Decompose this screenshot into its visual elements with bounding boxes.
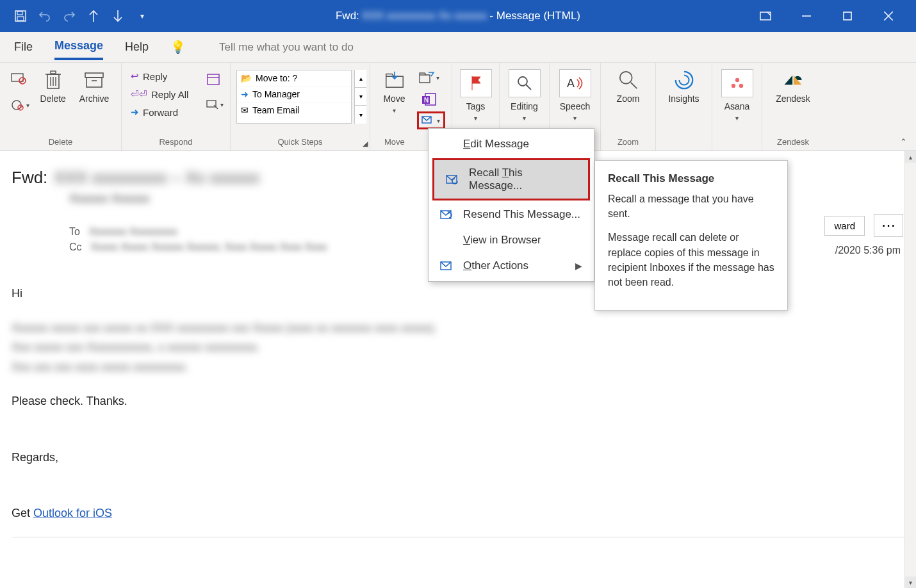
forward-header-button[interactable]: ward: [824, 216, 865, 236]
forward-button[interactable]: ➜Forward: [131, 106, 199, 118]
menu-other-actions[interactable]: Other Actions ▶: [429, 253, 594, 279]
trash-icon: [42, 69, 64, 91]
menu-resend-message[interactable]: Resend This Message...: [429, 202, 594, 227]
read-aloud-icon: A: [559, 69, 591, 97]
flag-icon: [460, 69, 492, 97]
reply-all-button[interactable]: ⏎⏎Reply All: [131, 88, 199, 100]
svg-point-33: [619, 72, 632, 84]
maximize-button[interactable]: [833, 6, 862, 26]
find-icon: [509, 69, 541, 97]
zoom-button[interactable]: Zoom: [611, 67, 646, 107]
undo-icon[interactable]: [37, 8, 53, 24]
asana-button[interactable]: Asana▾: [717, 67, 757, 126]
zendesk-button[interactable]: Zendesk: [772, 67, 814, 107]
lightbulb-icon: 💡: [170, 40, 186, 54]
reply-icon: ↩: [131, 70, 139, 82]
ribbon-group-label: Delete: [6, 137, 115, 149]
message-body: Hi Xxxxxx xxxxx xxx xxxxx xx XXX xxxxxxx…: [12, 285, 904, 537]
sender-name: Xxxxxx Xxxxxx: [69, 192, 150, 206]
junk-icon[interactable]: ▾: [11, 99, 29, 111]
meeting-icon[interactable]: [206, 72, 224, 86]
svg-text:N: N: [424, 97, 429, 104]
svg-rect-20: [85, 73, 103, 78]
svg-point-30: [518, 77, 527, 86]
actions-dropdown-menu: Edit Message Recall This Message... Rese…: [428, 128, 594, 282]
tab-file[interactable]: File: [14, 35, 33, 59]
redo-icon[interactable]: [61, 8, 77, 24]
dialog-launcher-icon[interactable]: ◢: [363, 140, 368, 148]
close-button[interactable]: [874, 6, 903, 26]
menu-recall-message[interactable]: Recall This Message...: [432, 158, 590, 200]
gallery-more-icon[interactable]: ▾: [355, 106, 366, 124]
menu-edit-message[interactable]: Edit Message: [429, 131, 594, 157]
archive-icon: [83, 69, 105, 91]
svg-point-36: [731, 84, 735, 88]
recall-tooltip: Recall This Message Recall a message tha…: [594, 160, 788, 311]
rules-icon[interactable]: ▾: [417, 68, 441, 87]
submenu-arrow-icon: ▶: [575, 261, 582, 271]
to-value: Xxxxxxx Xxxxxxxxx: [89, 226, 177, 238]
onenote-icon[interactable]: N: [417, 90, 441, 109]
svg-line-10: [20, 79, 24, 83]
customize-qat-icon[interactable]: ▾: [135, 8, 150, 24]
asana-icon: [721, 69, 753, 97]
move-button[interactable]: Move▾: [377, 67, 412, 118]
editing-button[interactable]: Editing▾: [505, 67, 544, 126]
svg-point-35: [735, 78, 739, 82]
svg-rect-23: [208, 74, 219, 85]
tab-message[interactable]: Message: [54, 34, 103, 60]
gallery-up-icon[interactable]: ▴: [355, 70, 366, 88]
quick-steps-gallery[interactable]: 📂Move to: ? ➜To Manager ✉Team Email: [236, 70, 352, 124]
zoom-icon: [617, 69, 639, 91]
insights-icon: [673, 69, 695, 91]
save-icon[interactable]: [13, 8, 28, 24]
speech-button[interactable]: A Speech▾: [555, 67, 595, 126]
more-respond-icon[interactable]: ▾: [206, 99, 224, 110]
menu-view-in-browser[interactable]: View in Browser: [429, 227, 594, 253]
ignore-icon[interactable]: [11, 72, 29, 85]
arrow-up-icon[interactable]: [86, 8, 101, 24]
svg-line-34: [630, 83, 636, 88]
arrow-down-icon[interactable]: [110, 8, 126, 24]
scroll-down-icon[interactable]: ▾: [905, 576, 916, 588]
forward-icon: ➜: [131, 106, 139, 118]
tab-help[interactable]: Help: [125, 35, 149, 59]
recall-icon: [446, 174, 460, 185]
more-actions-button[interactable]: ⋯: [874, 214, 903, 237]
title-bar: ▾ Fwd: XXX xxxxxxxxx Xx xxxxxx - Message…: [0, 0, 916, 32]
reply-all-icon: ⏎⏎: [131, 88, 147, 100]
ribbon-display-icon[interactable]: [751, 6, 780, 26]
gallery-down-icon[interactable]: ▾: [355, 88, 366, 106]
to-label: To: [69, 226, 80, 238]
svg-rect-1: [17, 12, 22, 15]
ribbon-group-label: Respond: [128, 137, 224, 149]
menu-bar: File Message Help 💡 Tell me what you wan…: [0, 32, 916, 63]
delete-button[interactable]: Delete: [36, 67, 70, 107]
ribbon-group-label: Zoom: [607, 137, 649, 149]
other-actions-icon: [440, 260, 454, 272]
svg-point-37: [739, 84, 742, 88]
outlook-ios-link[interactable]: Outlook for iOS: [33, 507, 112, 519]
zendesk-icon: [782, 69, 804, 91]
insights-button[interactable]: Insights: [664, 67, 703, 107]
archive-button[interactable]: Archive: [76, 67, 113, 107]
vertical-scrollbar[interactable]: ▴ ▾: [904, 151, 916, 588]
tooltip-text: Message recall can delete or replace cop…: [608, 230, 774, 290]
tags-button[interactable]: Tags▾: [456, 67, 496, 126]
move-to-icon: 📂: [241, 73, 252, 83]
svg-rect-2: [17, 17, 24, 20]
minimize-button[interactable]: [792, 6, 821, 26]
ribbon-group-label: Zendesk: [769, 137, 817, 149]
tell-me-search[interactable]: Tell me what you want to do: [219, 41, 354, 54]
reply-button[interactable]: ↩Reply: [131, 70, 199, 82]
scroll-up-icon[interactable]: ▴: [905, 151, 916, 163]
cc-value: Xxxxx Xxxxx Xxxxxx Xxxxxx; Xxxx Xxxxx Xx…: [91, 241, 327, 253]
actions-dropdown-button[interactable]: ▾: [417, 111, 445, 129]
move-folder-icon: [384, 69, 405, 91]
svg-line-31: [526, 85, 531, 90]
svg-text:A: A: [567, 77, 575, 90]
cc-label: Cc: [69, 241, 82, 253]
ribbon-group-label: Quick Steps: [237, 137, 363, 149]
collapse-ribbon-icon[interactable]: ⌃: [900, 137, 907, 147]
tooltip-text: Recall a message that you have sent.: [608, 192, 774, 221]
